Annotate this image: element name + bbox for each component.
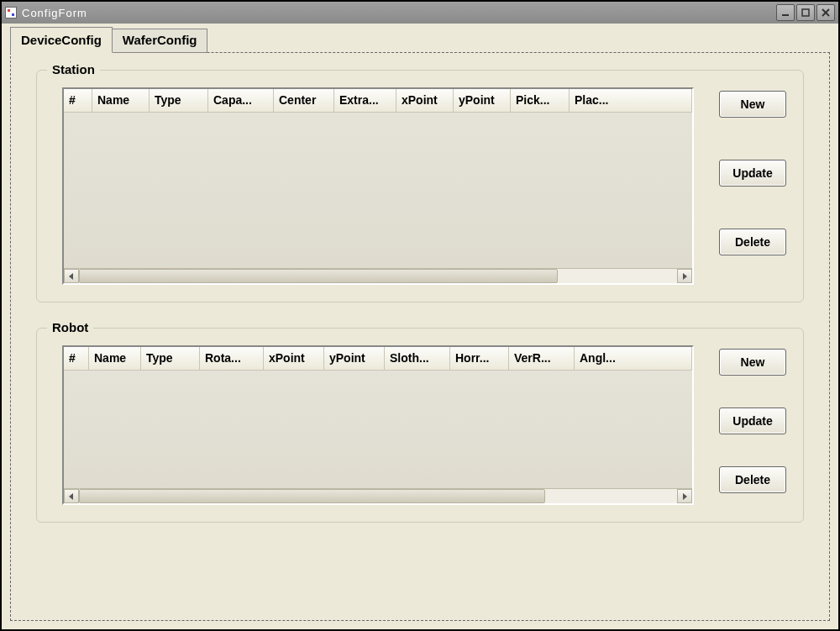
station-col-type[interactable]: Type <box>150 89 208 113</box>
tab-panel-deviceconfig: Station # Name Type Capa... Center Extra… <box>10 52 830 621</box>
robot-col-verr[interactable]: VerR... <box>509 347 575 371</box>
station-col-ypoint[interactable]: yPoint <box>454 89 511 113</box>
station-update-button[interactable]: Update <box>719 160 786 187</box>
robot-col-name[interactable]: Name <box>89 347 141 371</box>
robot-col-ypoint[interactable]: yPoint <box>324 347 385 371</box>
app-icon <box>5 7 17 18</box>
robot-hscroll-right[interactable] <box>677 489 692 503</box>
groupbox-robot-title: Robot <box>47 320 93 334</box>
station-new-button[interactable]: New <box>719 91 786 118</box>
maximize-button[interactable] <box>796 4 815 21</box>
robot-button-column: New Update Delete <box>719 345 786 493</box>
window-title: ConfigForm <box>22 7 776 19</box>
robot-hscroll-left[interactable] <box>64 489 79 503</box>
groupbox-station: Station # Name Type Capa... Center Extra… <box>36 70 804 302</box>
station-hscroll <box>64 268 692 283</box>
station-col-plac[interactable]: Plac... <box>570 89 692 113</box>
tab-strip: DeviceConfig WaferConfig <box>10 27 830 53</box>
station-listview-header: # Name Type Capa... Center Extra... xPoi… <box>64 89 692 113</box>
robot-new-button[interactable]: New <box>719 349 786 376</box>
svg-marker-7 <box>683 493 687 500</box>
svg-rect-1 <box>802 9 809 16</box>
robot-listview-body <box>64 371 692 488</box>
robot-col-sloth[interactable]: Sloth... <box>385 347 450 371</box>
groupbox-robot: Robot # Name Type Rota... xPoint yPoint … <box>36 328 804 523</box>
tab-waferconfig[interactable]: WaferConfig <box>112 29 208 53</box>
station-hscroll-left[interactable] <box>64 269 79 283</box>
robot-update-button[interactable]: Update <box>719 408 786 434</box>
robot-col-index[interactable]: # <box>64 347 89 371</box>
station-listview-body <box>64 113 692 268</box>
station-col-index[interactable]: # <box>64 89 92 113</box>
station-hscroll-thumb[interactable] <box>79 269 558 283</box>
client-area: DeviceConfig WaferConfig Station # Name … <box>2 24 838 629</box>
station-col-pick[interactable]: Pick... <box>511 89 570 113</box>
tab-deviceconfig[interactable]: DeviceConfig <box>10 27 113 53</box>
svg-marker-5 <box>683 273 687 280</box>
minimize-button[interactable] <box>776 4 795 21</box>
robot-hscroll-track[interactable] <box>79 489 677 503</box>
station-listview[interactable]: # Name Type Capa... Center Extra... xPoi… <box>62 87 694 285</box>
svg-marker-4 <box>69 273 73 280</box>
robot-col-xpoint[interactable]: xPoint <box>264 347 324 371</box>
groupbox-station-title: Station <box>47 62 100 76</box>
station-col-capa[interactable]: Capa... <box>208 89 274 113</box>
close-button[interactable] <box>816 4 835 21</box>
robot-listview-header: # Name Type Rota... xPoint yPoint Sloth.… <box>64 347 692 371</box>
station-col-center[interactable]: Center <box>274 89 334 113</box>
robot-col-horr[interactable]: Horr... <box>450 347 509 371</box>
station-col-name[interactable]: Name <box>92 89 150 113</box>
robot-hscroll <box>64 488 692 503</box>
station-col-extra[interactable]: Extra... <box>334 89 396 113</box>
station-button-column: New Update Delete <box>719 87 786 255</box>
robot-col-rota[interactable]: Rota... <box>200 347 264 371</box>
robot-col-angl[interactable]: Angl... <box>575 347 692 371</box>
svg-marker-6 <box>69 493 73 500</box>
robot-listview[interactable]: # Name Type Rota... xPoint yPoint Sloth.… <box>62 345 694 505</box>
window-frame: ConfigForm DeviceConfig WaferConfig Stat… <box>0 0 840 631</box>
station-hscroll-right[interactable] <box>677 269 692 283</box>
station-col-xpoint[interactable]: xPoint <box>396 89 454 113</box>
titlebar: ConfigForm <box>2 2 838 24</box>
groupbox-robot-inner: # Name Type Rota... xPoint yPoint Sloth.… <box>62 345 786 505</box>
robot-delete-button[interactable]: Delete <box>719 466 786 493</box>
window-control-buttons <box>776 4 835 21</box>
robot-hscroll-thumb[interactable] <box>79 489 545 503</box>
station-hscroll-track[interactable] <box>79 269 677 283</box>
robot-col-type[interactable]: Type <box>141 347 200 371</box>
station-delete-button[interactable]: Delete <box>719 229 786 255</box>
groupbox-station-inner: # Name Type Capa... Center Extra... xPoi… <box>62 87 786 285</box>
